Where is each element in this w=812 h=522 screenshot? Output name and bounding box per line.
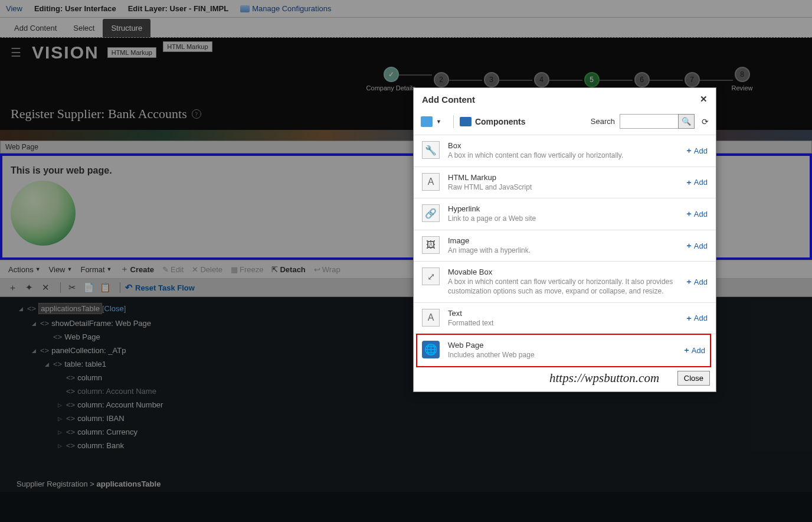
hamburger-icon[interactable]: ☰ <box>11 45 21 60</box>
view-menu-link[interactable]: View <box>6 4 22 13</box>
component-description: Formatted text <box>448 319 685 328</box>
tree-node[interactable]: ▷<>column: Account Number <box>7 398 805 412</box>
component-title: Web Page <box>448 341 683 350</box>
composer-tabs: Add Content Select Structure <box>0 18 812 38</box>
component-description: Link to a page or a Web site <box>448 214 685 224</box>
editing-context: Editing: User Interface <box>34 4 116 13</box>
manage-config-label: Manage Configurations <box>252 4 331 13</box>
component-title: Box <box>448 141 685 150</box>
add-icon[interactable]: ＋ <box>6 281 19 294</box>
separator <box>120 282 120 293</box>
breadcrumb: Supplier Registration > applicationsTabl… <box>0 476 812 492</box>
component-icon: 🌐 <box>422 341 440 358</box>
component-row-html-markup[interactable]: AHTML MarkupRaw HTML and JavaScript＋Add <box>414 167 716 199</box>
cut-icon[interactable]: ✂ <box>66 281 78 294</box>
train-step-6[interactable]: 6 <box>617 72 667 87</box>
help-icon[interactable]: ? <box>192 109 201 119</box>
freeze-button: ▦Freeze <box>231 265 263 274</box>
dialog-close-icon[interactable]: ✕ <box>700 94 708 105</box>
crumb-b[interactable]: applicationsTable <box>97 479 161 488</box>
tab-add-content[interactable]: Add Content <box>6 19 65 37</box>
manage-config-icon <box>240 5 250 12</box>
add-component-link[interactable]: ＋Add <box>685 173 708 193</box>
view-menu[interactable]: View▼ <box>49 265 73 274</box>
refresh-icon[interactable]: ⟳ <box>702 117 709 126</box>
separator <box>60 282 61 293</box>
train-step-2[interactable]: 2 <box>416 72 466 87</box>
train-step-3[interactable]: 3 <box>466 72 516 87</box>
html-markup-badge-1[interactable]: HTML Markup <box>107 47 156 58</box>
remove-icon[interactable]: ✕ <box>39 281 52 294</box>
search-icon: 🔍 <box>682 117 691 126</box>
train-step-1[interactable]: ✓Company Details <box>366 67 416 92</box>
component-title: Hyperlink <box>448 204 685 213</box>
delete-button: ✕Delete <box>192 265 222 274</box>
actions-menu[interactable]: Actions▼ <box>8 265 41 274</box>
crumb-sep: > <box>90 479 94 488</box>
train-step-7[interactable]: 7 <box>667 72 717 87</box>
brand-header: ☰ VISION HTML Markup HTML Markup <box>0 38 812 67</box>
component-title: Image <box>448 236 685 245</box>
component-description: An image with a hyperlink. <box>448 246 685 256</box>
crumb-a[interactable]: Supplier Registration <box>17 479 88 488</box>
component-description: Includes another Web page <box>448 351 683 360</box>
create-button[interactable]: ＋Create <box>120 264 154 275</box>
component-row-web-page[interactable]: 🌐Web PageIncludes another Web page＋Add <box>416 334 711 367</box>
format-menu[interactable]: Format▼ <box>80 265 112 274</box>
train-step-5[interactable]: 5 <box>567 72 617 87</box>
component-title: Movable Box <box>448 267 685 276</box>
add-component-link[interactable]: ＋Add <box>685 204 708 224</box>
copy-icon[interactable]: 📄 <box>82 281 95 294</box>
component-row-box[interactable]: 🔧BoxA box in which content can flow vert… <box>414 135 716 167</box>
page-title-text: Register Supplier: Bank Accounts <box>11 106 187 122</box>
watermark-text: https://wpsbutton.com <box>549 371 659 386</box>
component-icon: ⤢ <box>422 267 440 285</box>
add-component-link[interactable]: ＋Add <box>685 267 708 296</box>
search-button[interactable]: 🔍 <box>678 114 695 129</box>
component-title: Text <box>448 309 685 318</box>
add-component-link[interactable]: ＋Add <box>685 236 708 256</box>
component-title: HTML Markup <box>448 173 685 182</box>
component-icon: A <box>422 173 440 191</box>
component-row-movable-box[interactable]: ⤢Movable BoxA box in which content can f… <box>414 262 716 302</box>
logo: VISION <box>32 43 99 63</box>
separator <box>453 115 454 128</box>
train-step-4[interactable]: 4 <box>516 72 567 87</box>
component-icon: 🔗 <box>422 204 440 222</box>
detach-button[interactable]: ⇱Detach <box>271 265 305 274</box>
tab-structure[interactable]: Structure <box>103 19 150 37</box>
html-markup-badge-2[interactable]: HTML Markup <box>163 41 212 52</box>
search-label: Search <box>591 117 615 126</box>
component-description: A box in which content can flow vertical… <box>448 278 685 296</box>
components-label: Components <box>475 117 526 126</box>
component-row-image[interactable]: 🖼ImageAn image with a hyperlink.＋Add <box>414 230 716 262</box>
tree-node[interactable]: ▷<>column: IBAN <box>7 412 805 425</box>
add-content-dialog: Add Content ✕ ▼ Components Search 🔍 ⟳ 🔧B… <box>413 87 716 392</box>
tree-node[interactable]: ▷<>column: Currency <box>7 425 805 439</box>
component-icon: 🖼 <box>422 236 440 254</box>
wrap-button: ↩Wrap <box>314 265 340 274</box>
component-icon: A <box>422 309 440 327</box>
add-component-link[interactable]: ＋Add <box>685 309 708 328</box>
component-list: 🔧BoxA box in which content can flow vert… <box>414 135 716 367</box>
tab-select[interactable]: Select <box>65 19 103 37</box>
search-input[interactable] <box>620 114 679 129</box>
dialog-title: Add Content <box>422 94 475 105</box>
add-component-link[interactable]: ＋Add <box>683 341 705 360</box>
component-row-text[interactable]: ATextFormatted text＋Add <box>414 303 716 335</box>
manage-configurations-link[interactable]: Manage Configurations <box>240 4 331 13</box>
dialog-close-button[interactable]: Close <box>677 371 710 386</box>
globe-icon <box>11 181 76 246</box>
folder-dropdown-icon[interactable]: ▼ <box>436 119 441 125</box>
paste-icon[interactable]: 📋 <box>99 281 112 294</box>
component-description: Raw HTML and JavaScript <box>448 183 685 193</box>
train-step-8[interactable]: 8Review <box>717 67 767 92</box>
edit-button: ✎Edit <box>162 265 184 274</box>
add-component-link[interactable]: ＋Add <box>685 141 708 161</box>
component-row-hyperlink[interactable]: 🔗HyperlinkLink to a page or a Web site＋A… <box>414 198 716 230</box>
reset-task-flow[interactable]: ↶Reset Task Flow <box>125 282 195 293</box>
folder-up-icon[interactable] <box>421 116 433 127</box>
settings-icon[interactable]: ✦ <box>22 281 35 294</box>
component-icon: 🔧 <box>422 141 440 159</box>
tree-node[interactable]: ▷<>column: Bank <box>7 439 805 452</box>
